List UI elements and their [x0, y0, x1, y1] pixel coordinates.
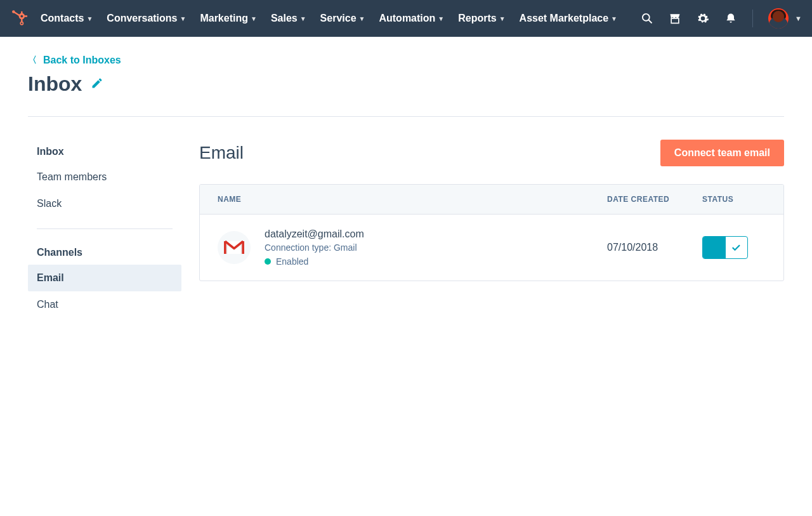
nav-asset-marketplace[interactable]: Asset Marketplace▼	[520, 13, 617, 24]
gmail-icon	[218, 231, 251, 264]
section-heading: Email	[199, 143, 244, 163]
sidebar-heading-channels: Channels	[28, 241, 181, 265]
chevron-down-icon: ▼	[611, 15, 617, 22]
divider	[37, 228, 173, 229]
col-status: STATUS	[702, 195, 766, 204]
email-table: NAME DATE CREATED STATUS	[199, 184, 784, 281]
top-nav: Contacts▼ Conversations▼ Marketing▼ Sale…	[0, 0, 812, 37]
chevron-down-icon: ▼	[438, 15, 444, 22]
main: Email Connect team email NAME DATE CREAT…	[199, 140, 784, 329]
svg-rect-10	[671, 18, 679, 23]
notifications-icon[interactable]	[724, 12, 737, 25]
svg-point-8	[643, 14, 650, 21]
nav-service[interactable]: Service▼	[320, 13, 365, 24]
back-label: Back to Inboxes	[43, 55, 121, 66]
divider	[28, 116, 784, 117]
chevron-down-icon: ▼	[300, 15, 306, 22]
chevron-left-icon: 〈	[28, 55, 37, 66]
nav-reports[interactable]: Reports▼	[458, 13, 505, 24]
nav-right: ▼	[641, 8, 802, 29]
sidebar-item-team-members[interactable]: Team members	[28, 164, 181, 190]
row-date: 07/10/2018	[607, 242, 702, 253]
nav-items: Contacts▼ Conversations▼ Marketing▼ Sale…	[41, 13, 631, 24]
svg-rect-4	[21, 18, 22, 22]
status-dot-icon	[265, 258, 271, 265]
table-row[interactable]: datalyzeit@gmail.com Connection type: Gm…	[200, 215, 783, 281]
chevron-down-icon: ▼	[86, 15, 93, 22]
chevron-down-icon: ▼	[359, 15, 365, 22]
status-toggle[interactable]	[702, 236, 748, 259]
divider	[752, 10, 753, 27]
table-header: NAME DATE CREATED STATUS	[200, 185, 783, 215]
sidebar-item-chat[interactable]: Chat	[28, 291, 181, 318]
sidebar-heading-inbox: Inbox	[28, 140, 181, 164]
sidebar-item-slack[interactable]: Slack	[28, 190, 181, 217]
svg-point-1	[20, 15, 23, 18]
connect-team-email-button[interactable]: Connect team email	[660, 140, 784, 166]
svg-point-7	[12, 10, 15, 13]
svg-point-5	[20, 22, 23, 25]
chevron-down-icon: ▼	[499, 15, 506, 22]
hubspot-logo-icon[interactable]	[10, 10, 28, 27]
svg-rect-3	[24, 15, 27, 17]
nav-contacts[interactable]: Contacts▼	[41, 13, 93, 24]
nav-automation[interactable]: Automation▼	[379, 13, 444, 24]
edit-title-button[interactable]	[91, 77, 103, 92]
nav-conversations[interactable]: Conversations▼	[107, 13, 186, 24]
sidebar-item-email[interactable]: Email	[28, 265, 181, 291]
sidebar: Inbox Team members Slack Channels Email …	[28, 140, 199, 329]
chevron-down-icon: ▼	[180, 15, 187, 22]
settings-icon[interactable]	[697, 12, 709, 25]
row-connection: Connection type: Gmail	[265, 242, 364, 253]
marketplace-icon[interactable]	[669, 12, 681, 25]
page-title: Inbox	[28, 72, 82, 96]
chevron-down-icon: ▼	[795, 15, 802, 22]
row-email: datalyzeit@gmail.com	[265, 228, 364, 240]
nav-marketing[interactable]: Marketing▼	[200, 13, 256, 24]
back-to-inboxes-link[interactable]: 〈 Back to Inboxes	[28, 55, 784, 66]
account-menu[interactable]: ▼	[768, 8, 802, 29]
avatar	[768, 8, 789, 29]
svg-line-9	[649, 20, 652, 23]
col-name: NAME	[218, 195, 607, 204]
search-icon[interactable]	[641, 12, 653, 25]
row-enabled: Enabled	[265, 256, 364, 267]
chevron-down-icon: ▼	[251, 15, 257, 22]
col-date: DATE CREATED	[607, 195, 702, 204]
nav-sales[interactable]: Sales▼	[271, 13, 306, 24]
svg-rect-2	[21, 11, 22, 15]
